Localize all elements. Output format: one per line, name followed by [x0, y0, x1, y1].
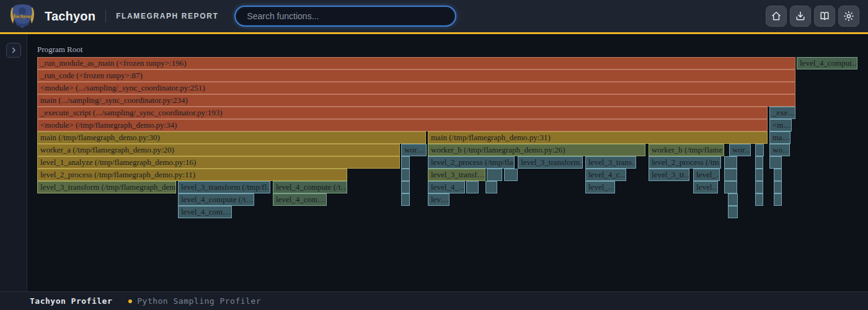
- flame-frame[interactable]: level_2_process (/tm…: [649, 156, 721, 169]
- flame-frame[interactable]: [466, 181, 479, 193]
- flame-frame[interactable]: worker_b (/tmp/flame…: [649, 144, 724, 156]
- svg-text:Tachyon: Tachyon: [12, 13, 32, 19]
- flame-frame[interactable]: level_4_c…: [585, 169, 626, 181]
- flame-frame[interactable]: level_3_transform (/tmp/flamegraph_dem…: [37, 181, 176, 193]
- flame-frame[interactable]: [401, 193, 410, 206]
- flame-frame[interactable]: ma…: [769, 131, 790, 144]
- flame-frame[interactable]: _run_code (<frozen runpy>:87): [37, 69, 795, 82]
- flame-frame[interactable]: main (/tmp/flamegraph_demo.py:30): [37, 131, 426, 144]
- app-title: Tachyon: [45, 9, 95, 24]
- flame-frame[interactable]: level_3_tr…: [649, 169, 689, 181]
- flame-frame[interactable]: level_4_comput…: [797, 57, 857, 69]
- app-window: Tachyon Tachyon FLAMEGRAPH REPORT: [0, 0, 868, 310]
- flame-frame[interactable]: level_2_process (/tmp/flamegraph_demo.py…: [37, 169, 347, 181]
- flame-frame[interactable]: [401, 156, 410, 169]
- flame-frame[interactable]: level_4_…: [428, 181, 465, 193]
- flame-frame[interactable]: _execute_script (.../sampling/_sync_coor…: [37, 107, 768, 119]
- flame-frame[interactable]: wo…: [769, 144, 790, 156]
- flame-frame[interactable]: [755, 156, 763, 169]
- flame-frame[interactable]: [728, 193, 738, 206]
- flame-frame[interactable]: _run_module_as_main (<frozen runpy>:196): [37, 57, 795, 69]
- flame-frame[interactable]: [774, 181, 782, 193]
- flame-frame[interactable]: [728, 206, 738, 218]
- home-icon: [771, 11, 782, 22]
- flame-frame[interactable]: level_…: [693, 169, 720, 181]
- flame-frame[interactable]: [485, 181, 497, 193]
- flame-frame[interactable]: <m…: [769, 119, 792, 131]
- flame-frame[interactable]: level_4_com…: [178, 206, 232, 218]
- status-bar: Tachyon Profiler Python Sampling Profile…: [0, 291, 868, 310]
- flame-frame[interactable]: level_2_process (/tmp/fla…: [428, 156, 515, 169]
- chevron-right-icon: [10, 46, 17, 54]
- home-button[interactable]: [766, 6, 787, 27]
- status-app-name: Tachyon Profiler: [30, 296, 112, 306]
- flame-frame[interactable]: [774, 193, 782, 206]
- download-button[interactable]: [790, 6, 811, 27]
- flame-frame[interactable]: [755, 144, 764, 156]
- flame-frame[interactable]: <module> (/tmp/flamegraph_demo.py:34): [37, 119, 768, 131]
- book-icon: [819, 11, 830, 22]
- status-description: Python Sampling Profiler: [137, 296, 261, 306]
- flame-frame[interactable]: [755, 181, 763, 193]
- flamegraph-root-label[interactable]: Program Root: [37, 45, 82, 55]
- flame-frame[interactable]: level_3_transform (/tmp/fl…: [178, 181, 270, 193]
- flame-frame[interactable]: [755, 193, 763, 206]
- flame-frame[interactable]: <module> (.../sampling/_sync_coordinator…: [37, 82, 795, 94]
- flame-frame[interactable]: [769, 156, 782, 169]
- flame-frame[interactable]: [401, 181, 410, 193]
- report-type-label: FLAMEGRAPH REPORT: [116, 12, 218, 20]
- flame-frame[interactable]: level_4_compute (/t…: [178, 193, 254, 206]
- main-area: Program Root _run_module_as_main (<froze…: [0, 34, 868, 291]
- flame-frame[interactable]: main (.../sampling/_sync_coordinator.py:…: [37, 94, 795, 107]
- header-divider: [105, 10, 106, 22]
- flame-frame[interactable]: [724, 169, 737, 181]
- flame-frame[interactable]: [401, 169, 410, 181]
- flame-frame[interactable]: level_4_com…: [273, 193, 327, 206]
- download-icon: [795, 11, 806, 22]
- flame-frame[interactable]: worker_a (/tmp/flamegraph_demo.py:20): [37, 144, 400, 156]
- flame-frame[interactable]: level…: [693, 181, 718, 193]
- flame-frame[interactable]: wor…: [401, 144, 427, 156]
- flame-frame[interactable]: _exe…: [769, 107, 795, 119]
- flame-frame[interactable]: lev…: [428, 193, 450, 206]
- flame-frame[interactable]: level_1_analyze (/tmp/flamegraph_demo.py…: [37, 156, 400, 169]
- flame-frame[interactable]: [504, 169, 518, 181]
- status-bullet-icon: [128, 299, 132, 303]
- theme-toggle-button[interactable]: [838, 6, 859, 27]
- flame-frame[interactable]: level_…: [585, 181, 615, 193]
- flame-frame[interactable]: [487, 169, 502, 181]
- app-logo-icon: Tachyon: [9, 2, 36, 30]
- flame-frame[interactable]: level_3_transf…: [428, 169, 485, 181]
- flame-frame[interactable]: [755, 169, 763, 181]
- flame-frame[interactable]: [724, 156, 737, 169]
- sun-icon: [843, 11, 854, 22]
- flame-frame[interactable]: wor…: [729, 144, 751, 156]
- docs-button[interactable]: [814, 6, 835, 27]
- sidebar-expand-button[interactable]: [6, 43, 21, 58]
- flame-frame[interactable]: [774, 169, 782, 181]
- app-header: Tachyon Tachyon FLAMEGRAPH REPORT: [0, 0, 868, 32]
- flame-frame[interactable]: [724, 181, 737, 193]
- flame-frame[interactable]: main (/tmp/flamegraph_demo.py:31): [428, 131, 768, 144]
- left-sidebar: [0, 34, 27, 291]
- flame-frame[interactable]: level_4_compute (/t…: [273, 181, 347, 193]
- flamegraph-panel: Program Root _run_module_as_main (<froze…: [27, 34, 868, 291]
- flame-frame[interactable]: level_3_trans…: [585, 156, 636, 169]
- flame-frame[interactable]: level_3_transform…: [518, 156, 583, 169]
- flame-frame[interactable]: worker_b (/tmp/flamegraph_demo.py:26): [428, 144, 645, 156]
- search-input[interactable]: [234, 6, 456, 27]
- header-actions: [766, 6, 859, 27]
